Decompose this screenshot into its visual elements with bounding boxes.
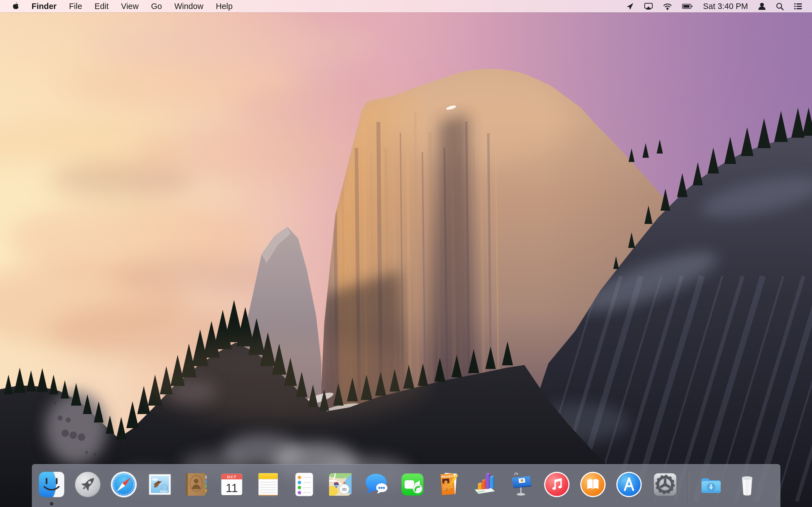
dock-item-ibooks[interactable] [579,471,606,498]
messages-icon [363,471,390,498]
dock-divider [688,472,689,503]
dock-item-finder[interactable] [38,471,65,498]
battery-menu[interactable] [677,0,698,12]
dock-item-calendar[interactable]: OCT 11 [218,471,246,498]
dock-item-notes[interactable] [255,471,282,498]
contacts-icon [183,471,209,498]
maps-icon: 280 3D [327,471,354,498]
dock-item-downloads[interactable] [698,471,725,498]
dock-item-maps[interactable]: 280 3D [327,471,354,498]
dock-item-launchpad[interactable] [74,471,101,498]
dock-item-facetime[interactable] [399,471,426,498]
dock-item-mail[interactable] [146,471,173,498]
dock-item-messages[interactable] [363,471,390,498]
airplay-display-icon [644,2,653,10]
menu-bar-status-area: Sat 3:40 PM [621,0,808,12]
wifi-menu[interactable] [658,0,677,12]
calendar-icon: OCT 11 [218,471,246,498]
location-services-menu[interactable] [621,0,639,12]
dock-item-app-store[interactable] [615,471,643,498]
dock-item-system-preferences[interactable] [652,471,679,498]
menu-view[interactable]: View [115,0,145,12]
wifi-icon [663,2,672,10]
calendar-day-label: 11 [225,482,238,495]
maps-route-shield-label: 280 [334,485,338,487]
keynote-icon [507,471,534,498]
battery-icon [682,2,693,10]
dock-item-pages[interactable]: PAGES [435,471,462,498]
dock-item-keynote[interactable] [507,471,534,498]
menu-bar-clock[interactable]: Sat 3:40 PM [698,2,753,11]
apple-menu[interactable] [4,0,26,12]
calendar-month-label: OCT [227,475,237,479]
maps-3d-label: 3D [342,487,347,492]
facetime-icon [399,471,426,498]
desktop-wallpaper [0,0,812,507]
system-preferences-icon [652,471,679,498]
apple-logo-icon [11,1,19,11]
dock-item-numbers[interactable]: NUMBERS [471,471,498,498]
airplay-menu[interactable] [639,0,658,12]
location-icon [626,2,634,10]
user-icon [758,2,766,10]
spotlight-search-icon [776,2,784,10]
notes-icon [255,471,282,498]
menu-app-name[interactable]: Finder [26,0,63,12]
notification-center-icon [794,2,803,10]
finder-icon [38,471,65,498]
menu-edit[interactable]: Edit [88,0,115,12]
menu-window[interactable]: Window [168,0,209,12]
reminders-icon [291,471,318,498]
pages-icon: PAGES [435,471,462,498]
launchpad-icon [74,471,101,498]
trash-icon [733,471,761,498]
menu-file[interactable]: File [63,0,89,12]
running-indicator-dot [50,502,54,506]
spotlight-menu[interactable] [771,0,789,12]
app-store-icon [615,471,643,498]
mail-icon [146,471,173,498]
numbers-icon: NUMBERS [471,471,498,498]
menu-bar: Finder File Edit View Go Window Help [0,0,812,12]
safari-icon [110,471,137,498]
dock-item-trash[interactable] [733,471,761,498]
menu-help[interactable]: Help [210,0,239,12]
dock-item-safari[interactable] [110,471,137,498]
dock: OCT 11 [32,464,780,507]
dock-item-contacts[interactable] [183,471,209,498]
dock-item-itunes[interactable] [543,471,570,498]
itunes-icon [543,471,570,498]
dock-item-reminders[interactable] [291,471,318,498]
notification-center-menu[interactable] [789,0,808,12]
menu-go[interactable]: Go [145,0,168,12]
ibooks-icon [579,471,606,498]
user-menu[interactable] [753,0,771,12]
downloads-folder-icon [698,471,725,498]
